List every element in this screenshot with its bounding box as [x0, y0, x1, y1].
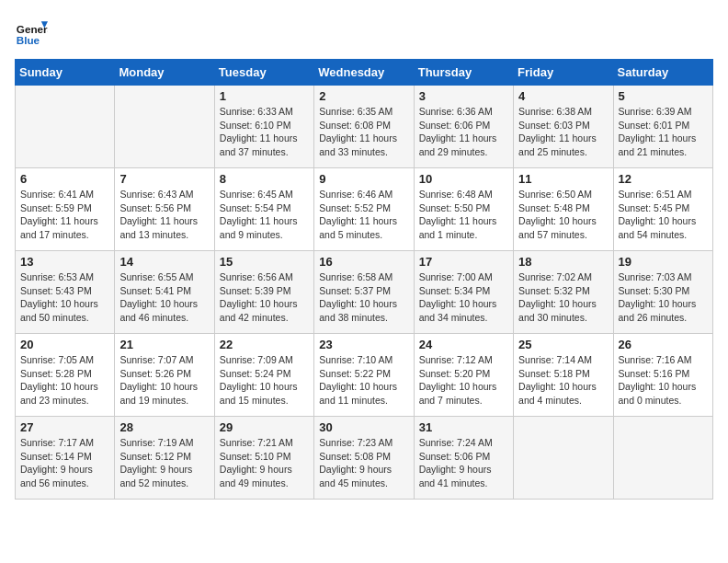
day-number: 1	[220, 89, 309, 103]
day-number: 25	[518, 338, 608, 351]
day-content: Sunrise: 6:39 AMSunset: 6:01 PMDaylight:…	[619, 105, 708, 159]
calendar-cell: 12Sunrise: 6:51 AMSunset: 5:45 PMDayligh…	[613, 168, 712, 251]
calendar-cell: 25Sunrise: 7:14 AMSunset: 5:18 PMDayligh…	[514, 334, 613, 417]
calendar-week-row: 27Sunrise: 7:17 AMSunset: 5:14 PMDayligh…	[16, 417, 713, 500]
day-content: Sunrise: 7:16 AMSunset: 5:16 PMDaylight:…	[619, 353, 708, 408]
day-number: 3	[419, 89, 508, 103]
calendar-cell: 26Sunrise: 7:16 AMSunset: 5:16 PMDayligh…	[613, 334, 712, 417]
day-number: 8	[220, 172, 309, 186]
calendar-week-row: 6Sunrise: 6:41 AMSunset: 5:59 PMDaylight…	[16, 168, 713, 251]
day-content: Sunrise: 6:45 AMSunset: 5:54 PMDaylight:…	[220, 188, 309, 242]
day-header-saturday: Saturday	[613, 60, 712, 86]
logo: General Blue	[15, 15, 48, 48]
day-content: Sunrise: 6:53 AMSunset: 5:43 PMDaylight:…	[20, 270, 109, 325]
day-header-monday: Monday	[115, 60, 214, 86]
day-content: Sunrise: 6:33 AMSunset: 6:10 PMDaylight:…	[220, 105, 309, 159]
day-content: Sunrise: 6:51 AMSunset: 5:45 PMDaylight:…	[619, 188, 708, 242]
day-header-thursday: Thursday	[414, 60, 513, 86]
calendar-table: SundayMondayTuesdayWednesdayThursdayFrid…	[15, 59, 713, 500]
calendar-cell	[613, 417, 712, 500]
day-number: 13	[20, 255, 109, 269]
calendar-cell: 31Sunrise: 7:24 AMSunset: 5:06 PMDayligh…	[414, 417, 513, 500]
calendar-body: 1Sunrise: 6:33 AMSunset: 6:10 PMDaylight…	[16, 86, 713, 500]
day-number: 7	[119, 172, 209, 186]
calendar-cell: 13Sunrise: 6:53 AMSunset: 5:43 PMDayligh…	[16, 251, 115, 334]
calendar-cell: 18Sunrise: 7:02 AMSunset: 5:32 PMDayligh…	[514, 251, 613, 334]
calendar-cell: 19Sunrise: 7:03 AMSunset: 5:30 PMDayligh…	[613, 251, 712, 334]
day-number: 23	[319, 338, 408, 351]
day-header-wednesday: Wednesday	[314, 60, 414, 86]
calendar-cell: 24Sunrise: 7:12 AMSunset: 5:20 PMDayligh…	[414, 334, 513, 417]
day-content: Sunrise: 7:03 AMSunset: 5:30 PMDaylight:…	[619, 270, 708, 325]
calendar-cell: 23Sunrise: 7:10 AMSunset: 5:22 PMDayligh…	[314, 334, 414, 417]
day-number: 24	[419, 338, 508, 351]
day-header-friday: Friday	[514, 60, 613, 86]
day-number: 19	[619, 255, 708, 269]
calendar-cell: 3Sunrise: 6:36 AMSunset: 6:06 PMDaylight…	[414, 86, 513, 168]
day-number: 12	[619, 172, 708, 186]
day-content: Sunrise: 6:38 AMSunset: 6:03 PMDaylight:…	[518, 105, 608, 159]
calendar-cell: 17Sunrise: 7:00 AMSunset: 5:34 PMDayligh…	[414, 251, 513, 334]
calendar-week-row: 20Sunrise: 7:05 AMSunset: 5:28 PMDayligh…	[16, 334, 713, 417]
day-number: 22	[220, 338, 309, 351]
calendar-cell: 22Sunrise: 7:09 AMSunset: 5:24 PMDayligh…	[214, 334, 313, 417]
day-number: 6	[20, 172, 109, 186]
calendar-cell: 2Sunrise: 6:35 AMSunset: 6:08 PMDaylight…	[314, 86, 414, 168]
calendar-cell: 15Sunrise: 6:56 AMSunset: 5:39 PMDayligh…	[214, 251, 313, 334]
day-content: Sunrise: 6:50 AMSunset: 5:48 PMDaylight:…	[518, 188, 608, 242]
day-number: 28	[119, 420, 209, 434]
day-number: 5	[619, 89, 708, 103]
day-content: Sunrise: 6:41 AMSunset: 5:59 PMDaylight:…	[20, 188, 109, 242]
svg-text:Blue: Blue	[17, 34, 40, 46]
calendar-week-row: 13Sunrise: 6:53 AMSunset: 5:43 PMDayligh…	[16, 251, 713, 334]
calendar-cell	[115, 86, 214, 168]
calendar-cell: 16Sunrise: 6:58 AMSunset: 5:37 PMDayligh…	[314, 251, 414, 334]
calendar-cell: 21Sunrise: 7:07 AMSunset: 5:26 PMDayligh…	[115, 334, 214, 417]
day-number: 27	[20, 420, 109, 434]
calendar-cell: 7Sunrise: 6:43 AMSunset: 5:56 PMDaylight…	[115, 168, 214, 251]
day-content: Sunrise: 6:56 AMSunset: 5:39 PMDaylight:…	[220, 270, 309, 325]
calendar-cell: 4Sunrise: 6:38 AMSunset: 6:03 PMDaylight…	[514, 86, 613, 168]
day-content: Sunrise: 7:21 AMSunset: 5:10 PMDaylight:…	[220, 436, 309, 490]
day-content: Sunrise: 7:12 AMSunset: 5:20 PMDaylight:…	[419, 353, 508, 408]
logo-icon: General Blue	[15, 15, 48, 48]
day-content: Sunrise: 7:14 AMSunset: 5:18 PMDaylight:…	[518, 353, 608, 408]
day-content: Sunrise: 7:09 AMSunset: 5:24 PMDaylight:…	[220, 353, 309, 408]
day-number: 30	[319, 420, 408, 434]
calendar-cell: 6Sunrise: 6:41 AMSunset: 5:59 PMDaylight…	[16, 168, 115, 251]
day-content: Sunrise: 6:36 AMSunset: 6:06 PMDaylight:…	[419, 105, 508, 159]
calendar-cell: 29Sunrise: 7:21 AMSunset: 5:10 PMDayligh…	[214, 417, 313, 500]
calendar-cell: 14Sunrise: 6:55 AMSunset: 5:41 PMDayligh…	[115, 251, 214, 334]
day-number: 20	[20, 338, 109, 351]
day-content: Sunrise: 6:43 AMSunset: 5:56 PMDaylight:…	[119, 188, 209, 242]
day-content: Sunrise: 7:00 AMSunset: 5:34 PMDaylight:…	[419, 270, 508, 325]
day-header-tuesday: Tuesday	[214, 60, 313, 86]
day-content: Sunrise: 7:19 AMSunset: 5:12 PMDaylight:…	[119, 436, 209, 490]
day-number: 2	[319, 89, 408, 103]
calendar-cell: 9Sunrise: 6:46 AMSunset: 5:52 PMDaylight…	[314, 168, 414, 251]
day-number: 16	[319, 255, 408, 269]
calendar-cell: 10Sunrise: 6:48 AMSunset: 5:50 PMDayligh…	[414, 168, 513, 251]
day-content: Sunrise: 7:10 AMSunset: 5:22 PMDaylight:…	[319, 353, 408, 408]
day-content: Sunrise: 7:05 AMSunset: 5:28 PMDaylight:…	[20, 353, 109, 408]
day-number: 10	[419, 172, 508, 186]
day-content: Sunrise: 6:35 AMSunset: 6:08 PMDaylight:…	[319, 105, 408, 159]
day-number: 18	[518, 255, 608, 269]
page-header: General Blue	[15, 15, 713, 48]
day-content: Sunrise: 7:17 AMSunset: 5:14 PMDaylight:…	[20, 436, 109, 490]
calendar-cell: 27Sunrise: 7:17 AMSunset: 5:14 PMDayligh…	[16, 417, 115, 500]
calendar-cell: 20Sunrise: 7:05 AMSunset: 5:28 PMDayligh…	[16, 334, 115, 417]
day-content: Sunrise: 6:46 AMSunset: 5:52 PMDaylight:…	[319, 188, 408, 242]
calendar-cell	[16, 86, 115, 168]
calendar-cell: 30Sunrise: 7:23 AMSunset: 5:08 PMDayligh…	[314, 417, 414, 500]
day-number: 4	[518, 89, 608, 103]
day-content: Sunrise: 7:02 AMSunset: 5:32 PMDaylight:…	[518, 270, 608, 325]
calendar-cell: 11Sunrise: 6:50 AMSunset: 5:48 PMDayligh…	[514, 168, 613, 251]
day-content: Sunrise: 6:55 AMSunset: 5:41 PMDaylight:…	[119, 270, 209, 325]
calendar-cell: 28Sunrise: 7:19 AMSunset: 5:12 PMDayligh…	[115, 417, 214, 500]
day-number: 21	[119, 338, 209, 351]
day-content: Sunrise: 7:07 AMSunset: 5:26 PMDaylight:…	[119, 353, 209, 408]
day-content: Sunrise: 6:48 AMSunset: 5:50 PMDaylight:…	[419, 188, 508, 242]
calendar-cell	[514, 417, 613, 500]
day-header-sunday: Sunday	[16, 60, 115, 86]
